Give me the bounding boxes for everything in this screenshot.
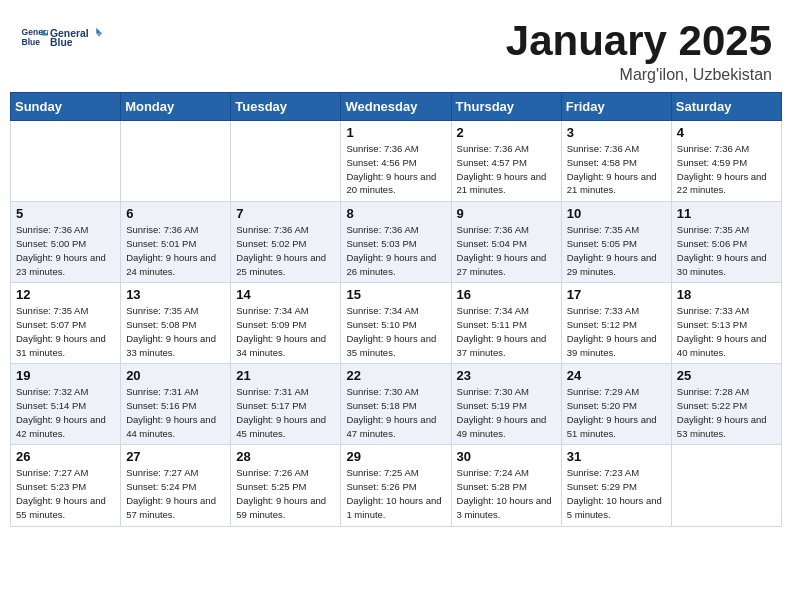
calendar-day-cell: 3Sunrise: 7:36 AMSunset: 4:58 PMDaylight…	[561, 121, 671, 202]
calendar-day-cell: 29Sunrise: 7:25 AMSunset: 5:26 PMDayligh…	[341, 445, 451, 526]
calendar-day-cell: 15Sunrise: 7:34 AMSunset: 5:10 PMDayligh…	[341, 283, 451, 364]
day-number: 7	[236, 206, 335, 221]
header-friday: Friday	[561, 93, 671, 121]
calendar-day-cell: 4Sunrise: 7:36 AMSunset: 4:59 PMDaylight…	[671, 121, 781, 202]
header-saturday: Saturday	[671, 93, 781, 121]
day-info: Sunrise: 7:30 AMSunset: 5:18 PMDaylight:…	[346, 385, 445, 440]
day-info: Sunrise: 7:31 AMSunset: 5:16 PMDaylight:…	[126, 385, 225, 440]
day-info: Sunrise: 7:27 AMSunset: 5:23 PMDaylight:…	[16, 466, 115, 521]
calendar-day-cell: 13Sunrise: 7:35 AMSunset: 5:08 PMDayligh…	[121, 283, 231, 364]
logo-icon: General Blue	[20, 23, 48, 51]
calendar-day-cell: 25Sunrise: 7:28 AMSunset: 5:22 PMDayligh…	[671, 364, 781, 445]
calendar-day-cell: 9Sunrise: 7:36 AMSunset: 5:04 PMDaylight…	[451, 202, 561, 283]
svg-text:Blue: Blue	[22, 37, 41, 47]
day-number: 12	[16, 287, 115, 302]
day-info: Sunrise: 7:36 AMSunset: 5:00 PMDaylight:…	[16, 223, 115, 278]
calendar-week-row: 1Sunrise: 7:36 AMSunset: 4:56 PMDaylight…	[11, 121, 782, 202]
day-info: Sunrise: 7:28 AMSunset: 5:22 PMDaylight:…	[677, 385, 776, 440]
day-info: Sunrise: 7:27 AMSunset: 5:24 PMDaylight:…	[126, 466, 225, 521]
day-number: 2	[457, 125, 556, 140]
day-number: 30	[457, 449, 556, 464]
day-number: 25	[677, 368, 776, 383]
svg-marker-6	[96, 28, 102, 34]
day-number: 3	[567, 125, 666, 140]
day-number: 9	[457, 206, 556, 221]
day-info: Sunrise: 7:33 AMSunset: 5:13 PMDaylight:…	[677, 304, 776, 359]
logo: General Blue General Blue	[20, 18, 102, 56]
calendar-day-cell: 6Sunrise: 7:36 AMSunset: 5:01 PMDaylight…	[121, 202, 231, 283]
month-title: January 2025	[506, 18, 772, 64]
day-info: Sunrise: 7:30 AMSunset: 5:19 PMDaylight:…	[457, 385, 556, 440]
day-info: Sunrise: 7:31 AMSunset: 5:17 PMDaylight:…	[236, 385, 335, 440]
calendar-day-cell: 23Sunrise: 7:30 AMSunset: 5:19 PMDayligh…	[451, 364, 561, 445]
calendar-day-cell: 17Sunrise: 7:33 AMSunset: 5:12 PMDayligh…	[561, 283, 671, 364]
day-number: 21	[236, 368, 335, 383]
calendar-day-cell: 2Sunrise: 7:36 AMSunset: 4:57 PMDaylight…	[451, 121, 561, 202]
day-number: 18	[677, 287, 776, 302]
calendar-day-cell: 11Sunrise: 7:35 AMSunset: 5:06 PMDayligh…	[671, 202, 781, 283]
day-number: 23	[457, 368, 556, 383]
calendar-day-cell	[121, 121, 231, 202]
calendar-day-cell: 26Sunrise: 7:27 AMSunset: 5:23 PMDayligh…	[11, 445, 121, 526]
header-tuesday: Tuesday	[231, 93, 341, 121]
day-number: 6	[126, 206, 225, 221]
day-info: Sunrise: 7:36 AMSunset: 5:03 PMDaylight:…	[346, 223, 445, 278]
day-info: Sunrise: 7:36 AMSunset: 4:59 PMDaylight:…	[677, 142, 776, 197]
header-wednesday: Wednesday	[341, 93, 451, 121]
header-thursday: Thursday	[451, 93, 561, 121]
location-subtitle: Marg'ilon, Uzbekistan	[506, 66, 772, 84]
calendar-day-cell: 18Sunrise: 7:33 AMSunset: 5:13 PMDayligh…	[671, 283, 781, 364]
calendar-week-row: 26Sunrise: 7:27 AMSunset: 5:23 PMDayligh…	[11, 445, 782, 526]
calendar-day-cell: 19Sunrise: 7:32 AMSunset: 5:14 PMDayligh…	[11, 364, 121, 445]
day-info: Sunrise: 7:35 AMSunset: 5:08 PMDaylight:…	[126, 304, 225, 359]
day-number: 24	[567, 368, 666, 383]
day-number: 11	[677, 206, 776, 221]
day-number: 31	[567, 449, 666, 464]
day-number: 15	[346, 287, 445, 302]
calendar-day-cell: 24Sunrise: 7:29 AMSunset: 5:20 PMDayligh…	[561, 364, 671, 445]
day-number: 20	[126, 368, 225, 383]
day-info: Sunrise: 7:35 AMSunset: 5:06 PMDaylight:…	[677, 223, 776, 278]
calendar-wrap: Sunday Monday Tuesday Wednesday Thursday…	[0, 92, 792, 536]
day-info: Sunrise: 7:29 AMSunset: 5:20 PMDaylight:…	[567, 385, 666, 440]
logo-bird-icon: General Blue	[50, 18, 102, 56]
day-number: 8	[346, 206, 445, 221]
calendar-day-cell	[11, 121, 121, 202]
calendar-day-cell: 1Sunrise: 7:36 AMSunset: 4:56 PMDaylight…	[341, 121, 451, 202]
svg-text:Blue: Blue	[50, 37, 73, 48]
day-number: 19	[16, 368, 115, 383]
day-number: 28	[236, 449, 335, 464]
logo-text-block: General Blue	[50, 18, 102, 56]
day-info: Sunrise: 7:36 AMSunset: 5:02 PMDaylight:…	[236, 223, 335, 278]
day-number: 13	[126, 287, 225, 302]
calendar-day-cell: 14Sunrise: 7:34 AMSunset: 5:09 PMDayligh…	[231, 283, 341, 364]
calendar-week-row: 19Sunrise: 7:32 AMSunset: 5:14 PMDayligh…	[11, 364, 782, 445]
day-info: Sunrise: 7:36 AMSunset: 5:01 PMDaylight:…	[126, 223, 225, 278]
header-sunday: Sunday	[11, 93, 121, 121]
day-number: 22	[346, 368, 445, 383]
header-monday: Monday	[121, 93, 231, 121]
svg-marker-7	[96, 34, 102, 37]
calendar-day-cell: 16Sunrise: 7:34 AMSunset: 5:11 PMDayligh…	[451, 283, 561, 364]
calendar-day-cell: 30Sunrise: 7:24 AMSunset: 5:28 PMDayligh…	[451, 445, 561, 526]
calendar-day-cell	[231, 121, 341, 202]
day-info: Sunrise: 7:35 AMSunset: 5:07 PMDaylight:…	[16, 304, 115, 359]
page: General Blue General Blue January 2025 M…	[0, 0, 792, 612]
calendar-table: Sunday Monday Tuesday Wednesday Thursday…	[10, 92, 782, 526]
day-info: Sunrise: 7:35 AMSunset: 5:05 PMDaylight:…	[567, 223, 666, 278]
calendar-day-cell: 27Sunrise: 7:27 AMSunset: 5:24 PMDayligh…	[121, 445, 231, 526]
title-block: January 2025 Marg'ilon, Uzbekistan	[506, 18, 772, 84]
day-info: Sunrise: 7:34 AMSunset: 5:11 PMDaylight:…	[457, 304, 556, 359]
day-number: 27	[126, 449, 225, 464]
day-info: Sunrise: 7:32 AMSunset: 5:14 PMDaylight:…	[16, 385, 115, 440]
day-info: Sunrise: 7:34 AMSunset: 5:09 PMDaylight:…	[236, 304, 335, 359]
day-info: Sunrise: 7:34 AMSunset: 5:10 PMDaylight:…	[346, 304, 445, 359]
calendar-day-cell: 20Sunrise: 7:31 AMSunset: 5:16 PMDayligh…	[121, 364, 231, 445]
calendar-day-cell: 31Sunrise: 7:23 AMSunset: 5:29 PMDayligh…	[561, 445, 671, 526]
day-info: Sunrise: 7:26 AMSunset: 5:25 PMDaylight:…	[236, 466, 335, 521]
day-info: Sunrise: 7:36 AMSunset: 4:58 PMDaylight:…	[567, 142, 666, 197]
day-number: 1	[346, 125, 445, 140]
day-info: Sunrise: 7:36 AMSunset: 4:57 PMDaylight:…	[457, 142, 556, 197]
day-info: Sunrise: 7:25 AMSunset: 5:26 PMDaylight:…	[346, 466, 445, 521]
calendar-day-cell: 7Sunrise: 7:36 AMSunset: 5:02 PMDaylight…	[231, 202, 341, 283]
